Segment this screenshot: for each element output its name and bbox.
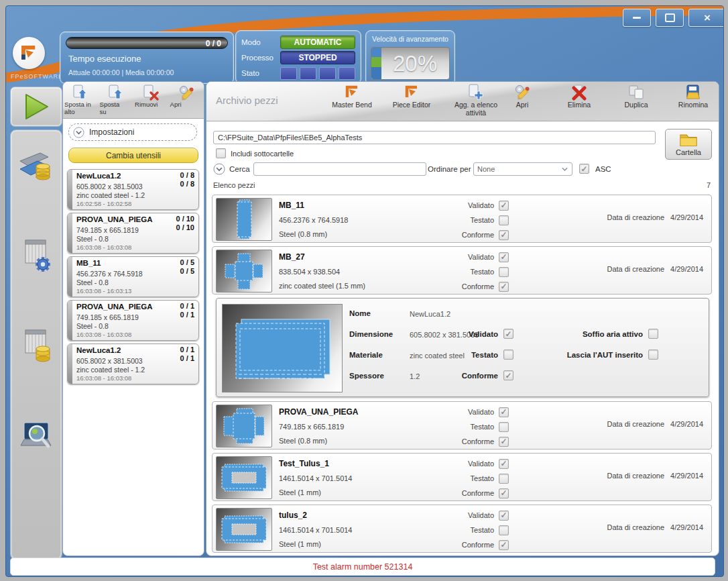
fp-arrow-icon (343, 83, 361, 101)
job-counts: 0 / 100 / 10 (176, 215, 194, 232)
piece-editor-button[interactable]: Piece Editor (386, 83, 437, 119)
sidebar-item-tool-archive[interactable] (17, 326, 55, 364)
job-card[interactable]: MB_11 0 / 50 / 5 456.2376 x 764.5918 Ste… (67, 256, 199, 297)
minimize-icon (633, 17, 641, 19)
conforme-checkbox[interactable] (499, 540, 509, 550)
brand-text: FPeSOFTWARE (7, 73, 66, 80)
testato-checkbox[interactable] (499, 422, 509, 432)
stato-segment (339, 67, 355, 80)
diagnostics-search-icon (17, 417, 55, 455)
job-card[interactable]: NewLuca1.2 0 / 80 / 8 605.8002 x 381.500… (67, 169, 199, 210)
include-subfolders-checkbox[interactable] (216, 148, 226, 158)
validato-checkbox[interactable] (499, 201, 509, 211)
machine-unload-database-icon (17, 145, 55, 182)
order-by-select[interactable]: None (473, 162, 572, 176)
conforme-label: Conforme (432, 231, 494, 239)
rename-piece-button[interactable]: Rinomina (668, 83, 719, 119)
document-up-arrow-icon (72, 84, 89, 101)
piece-name: tulus_2 (279, 511, 307, 520)
piece-row[interactable]: PROVA_UNA_PIEGA 749.185 x 665.1819 Steel… (212, 401, 712, 450)
conforme-checkbox[interactable] (499, 488, 509, 498)
testato-checkbox[interactable] (499, 525, 509, 535)
settings-expander[interactable]: Impostazioni (68, 123, 197, 141)
close-button[interactable]: × (688, 9, 724, 27)
lascia-aut-checkbox[interactable] (648, 350, 658, 360)
chevron-down-icon (73, 127, 84, 138)
search-input[interactable] (253, 162, 426, 176)
rename-book-folder-icon (684, 83, 702, 101)
sidebar-item-tool-setup[interactable] (17, 236, 55, 274)
job-card[interactable]: NewLuca1.2 0 / 10 / 1 605.8002 x 381.500… (67, 344, 199, 384)
sidebar-item-diagnostics[interactable] (17, 417, 55, 455)
soffio-aria-checkbox[interactable] (648, 329, 658, 339)
validato-checkbox[interactable] (499, 511, 509, 521)
open-job-button[interactable]: Apri (169, 82, 204, 118)
conforme-label: Conforme (418, 372, 498, 380)
testato-label: Testato (432, 474, 494, 482)
spessore-label: Spessore (349, 372, 384, 380)
stato-segments (280, 67, 355, 80)
start-button[interactable] (10, 87, 62, 127)
validato-checkbox[interactable] (503, 329, 513, 339)
move-to-top-button[interactable]: Sposta in alto (63, 82, 99, 118)
testato-checkbox[interactable] (503, 350, 513, 360)
remove-button[interactable]: Rimuovi (133, 82, 169, 118)
gear-pencil-icon (513, 83, 531, 101)
app-logo (13, 37, 45, 69)
job-card[interactable]: PROVA_UNA_PIEGA 0 / 10 / 1 749.185 x 665… (67, 300, 199, 341)
conforme-label: Conforme (432, 282, 494, 290)
validato-checkbox[interactable] (499, 252, 509, 262)
piece-checks: Validato Testato Conforme (432, 508, 509, 552)
conforme-checkbox[interactable] (499, 282, 509, 292)
testato-checkbox[interactable] (499, 267, 509, 277)
master-bend-button[interactable]: Master Bend (326, 83, 377, 119)
tool-archive-database-icon (17, 326, 55, 364)
validato-checkbox[interactable] (499, 407, 509, 417)
sidebar-item-piece-archive[interactable] (17, 145, 55, 182)
job-counts: 0 / 80 / 8 (180, 171, 194, 189)
conforme-checkbox[interactable] (499, 230, 509, 240)
piece-row[interactable]: MB_27 838.504 x 938.504 zinc coated stee… (212, 246, 712, 295)
settings-label: Impostazioni (89, 127, 134, 137)
processo-label: Processo (241, 54, 280, 62)
job-material: Steel - 0.8 (76, 278, 109, 286)
testato-checkbox[interactable] (499, 474, 509, 484)
order-by-value: None (477, 165, 495, 173)
piece-checks: Validato Testato Conforme (432, 405, 509, 449)
piece-archive-panel: Archivio pezzi Master Bend Piece Editor … (206, 81, 719, 556)
job-name: NewLuca1.2 (76, 172, 121, 180)
piece-row[interactable]: Test_Tulus_1 1461.5014 x 701.5014 Steel … (212, 453, 712, 501)
open-piece-button[interactable]: Apri (497, 83, 548, 119)
piece-detail-panel[interactable]: Nome NewLuca1.2 Dimensione 605.8002 x 38… (216, 298, 709, 397)
duplicate-piece-button[interactable]: Duplica (611, 83, 662, 119)
asc-checkbox[interactable] (579, 164, 589, 174)
job-counts: 0 / 50 / 5 (180, 258, 194, 276)
date-label: Data di creazione (607, 472, 664, 480)
alarm-message: Test alarm number 521314 (313, 562, 413, 572)
piece-size: 456.2376 x 764.5918 (279, 216, 348, 224)
speed-panel: Velocità di avanzamento 20% (365, 30, 455, 85)
conforme-checkbox[interactable] (499, 437, 509, 447)
alarm-bar[interactable]: Test alarm number 521314 (10, 558, 715, 576)
maximize-button[interactable] (656, 9, 684, 27)
add-to-task-list-button[interactable]: Agg. a elenco attività (450, 83, 501, 119)
validato-checkbox[interactable] (499, 459, 509, 469)
minimize-button[interactable] (623, 9, 651, 27)
chevron-down-icon[interactable] (213, 163, 225, 175)
nome-label: Nome (349, 309, 371, 317)
folder-path-input[interactable] (213, 131, 656, 144)
piece-row[interactable]: MB_11 456.2376 x 764.5918 Steel (0.8 mm)… (212, 195, 712, 243)
testato-checkbox[interactable] (499, 215, 509, 225)
piece-row[interactable]: tulus_2 1461.5014 x 701.5014 Steel (1 mm… (212, 505, 712, 553)
job-card[interactable]: PROVA_UNA_PIEGA 0 / 100 / 10 749.185 x 6… (67, 213, 199, 254)
job-material: zinc coated steel - 1.2 (76, 191, 145, 199)
speed-label: Velocità di avanzamento (366, 35, 454, 43)
change-tools-button[interactable]: Cambia utensili (68, 148, 198, 163)
tool-setup-gear-icon (17, 236, 55, 274)
choose-folder-button[interactable]: Cartella (665, 129, 712, 160)
delete-piece-button[interactable]: Elimina (554, 83, 605, 119)
piece-list-label: Elenco pezzi (213, 181, 255, 189)
move-up-button[interactable]: Sposta su (99, 82, 134, 118)
stato-segment (319, 67, 336, 80)
conforme-checkbox[interactable] (503, 370, 513, 380)
